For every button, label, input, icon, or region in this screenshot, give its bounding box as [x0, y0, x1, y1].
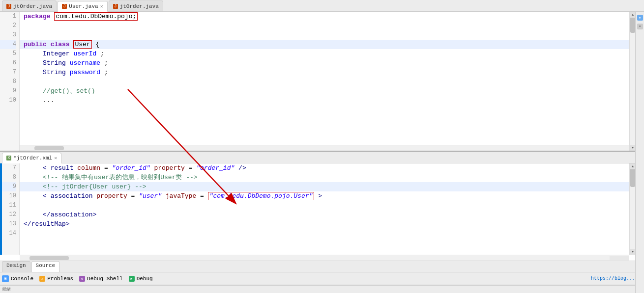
xml-line-numbers: 7 8 9 10 11 12 13 14	[2, 163, 20, 255]
java-vscrollbar[interactable]: ▲ ▼	[629, 12, 635, 151]
debug-icon: ▶	[129, 276, 135, 282]
xml-code-line-9: <!-- jtOrder{User user} -->	[20, 182, 629, 191]
tab-label-user: User.java	[69, 3, 98, 9]
debug-tab-label[interactable]: Debug	[137, 276, 153, 282]
xml-code-line-8: <!-- 结果集中有user表的信息，映射到User类 -->	[20, 173, 629, 182]
java-file-icon-2: J	[62, 4, 67, 9]
sidebar-btn-2[interactable]: ≡	[637, 24, 643, 29]
xml-code-line-12: </association>	[20, 210, 629, 219]
xml-code-content[interactable]: < result column = "order_id" property = …	[20, 163, 629, 255]
design-source-tabbar: Design Source	[0, 261, 635, 272]
line-num-3: 3	[0, 30, 16, 40]
xml-hscroll-thumb[interactable]	[29, 256, 69, 260]
console-bar: ▣ Console ⚠ Problems ⚙ Debug Shell ▶ Deb…	[0, 272, 635, 285]
java-code-line-10: ...	[20, 96, 629, 105]
javatype-annotation: "com.tedu.DbDemo.pojo.User"	[208, 192, 315, 200]
tab-close-user[interactable]: ✕	[100, 3, 103, 9]
tab-user-java[interactable]: J User.java ✕	[58, 1, 107, 12]
xml-vscroll-up[interactable]: ▲	[630, 163, 635, 169]
xml-vscrollbar[interactable]: ▲ ▼	[629, 163, 635, 255]
java-code-line-9: //get()、set()	[20, 86, 629, 96]
java-file-icon-3: J	[113, 4, 118, 9]
xml-line-num-8: 8	[2, 173, 16, 182]
java-editor: 1 2 3 4 5 6 7 8 9 10	[0, 12, 635, 152]
sidebar-btn-1[interactable]: ◈	[637, 15, 643, 21]
xml-tab-bar: X *jtOrder.xml ✕	[0, 152, 635, 163]
java-file-icon: J	[6, 4, 11, 9]
problems-tab-label[interactable]: Problems	[47, 276, 73, 282]
problems-icon: ⚠	[39, 276, 45, 282]
xml-vscroll-thumb[interactable]	[630, 167, 635, 187]
tab-label-jtorder2: jtOrder.java	[120, 3, 159, 9]
package-annotation: com.tedu.DbDemo.pojo;	[54, 12, 138, 21]
console-tab-label[interactable]: Console	[11, 276, 33, 282]
vscroll-up-arrow[interactable]: ▲	[630, 12, 635, 18]
console-icon: ▣	[2, 275, 9, 282]
line-num-6: 6	[0, 58, 16, 68]
xml-line-num-10: 10	[2, 191, 16, 201]
xml-vscroll-down[interactable]: ▼	[630, 249, 635, 255]
xml-line-num-12: 12	[2, 210, 16, 219]
xml-line-num-11: 11	[2, 201, 16, 210]
xml-editor: 7 8 9 10 11 12 13 14 <	[0, 163, 635, 261]
xml-code-line-10: < association property = "user" javaType…	[20, 191, 629, 201]
line-num-10: 10	[0, 96, 16, 105]
xml-line-num-13: 13	[2, 219, 16, 229]
xml-line-num-7: 7	[2, 163, 16, 173]
xml-file-icon: X	[6, 156, 11, 160]
line-num-9: 9	[0, 86, 16, 96]
xml-code-line-13: </resultMap>	[20, 219, 629, 229]
class-name-annotation: User	[73, 40, 91, 49]
line-num-4: 4	[0, 40, 16, 49]
java-code-line-6: String username ;	[20, 58, 629, 68]
java-vscroll-thumb[interactable]	[630, 16, 635, 33]
status-text: 就绪	[2, 286, 11, 293]
java-code-line-1: package com.tedu.DbDemo.pojo;	[20, 12, 629, 21]
xml-code-line-11	[20, 201, 629, 210]
tab-jtorder-java-2[interactable]: J jtOrder.java	[109, 0, 163, 11]
status-url: https://blog...	[591, 276, 635, 281]
java-code-line-5: Integer userId ;	[20, 49, 629, 58]
tab-source[interactable]: Source	[31, 261, 60, 272]
xml-code-line-14	[20, 229, 629, 238]
java-line-numbers: 1 2 3 4 5 6 7 8 9 10	[0, 12, 20, 151]
tab-jtorder-java-1[interactable]: J jtOrder.java	[2, 0, 57, 11]
xml-line-num-9: 9	[2, 182, 16, 191]
line-num-7: 7	[0, 68, 16, 77]
line-num-5: 5	[0, 49, 16, 58]
line-num-2: 2	[0, 21, 16, 30]
xml-hscrollbar[interactable]	[20, 255, 629, 261]
tab-close-xml[interactable]: ✕	[54, 155, 57, 161]
java-code-line-8	[20, 77, 629, 86]
java-hscroll-thumb[interactable]	[34, 146, 64, 150]
tab-jtorder-xml[interactable]: X *jtOrder.xml ✕	[2, 153, 61, 163]
xml-code-line-7: < result column = "order_id" property = …	[20, 163, 629, 173]
vscroll-down-arrow[interactable]: ▼	[630, 145, 635, 151]
java-code-line-2	[20, 21, 629, 30]
top-tab-bar: J jtOrder.java J User.java ✕ J jtOrder.j…	[0, 0, 644, 12]
java-code-line-4: public class User {	[20, 40, 629, 49]
debug-shell-icon: ⚙	[79, 276, 85, 282]
java-code-line-7: String password ;	[20, 68, 629, 77]
tab-label-jtorder-xml: *jtOrder.xml	[13, 155, 52, 161]
xml-hscroll-right	[610, 256, 629, 260]
tab-design[interactable]: Design	[2, 261, 30, 272]
right-sidebar: ◈ ≡	[635, 12, 644, 293]
tab-label-jtorder1: jtOrder.java	[13, 3, 52, 9]
status-bar: 就绪	[0, 285, 635, 293]
java-hscrollbar[interactable]	[20, 145, 629, 151]
xml-line-num-14: 14	[2, 229, 16, 238]
debug-shell-tab-label[interactable]: Debug Shell	[87, 276, 123, 282]
line-num-1: 1	[0, 12, 16, 21]
java-code-content[interactable]: package com.tedu.DbDemo.pojo; public	[20, 12, 629, 151]
java-code-line-3	[20, 30, 629, 40]
line-num-8: 8	[0, 77, 16, 86]
